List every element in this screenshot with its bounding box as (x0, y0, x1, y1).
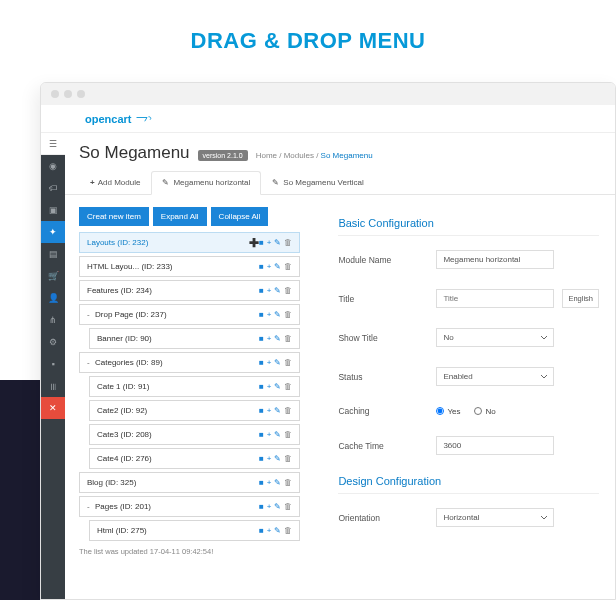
delete-icon[interactable]: 🗑 (284, 382, 292, 391)
catalog-icon[interactable]: 🏷 (41, 177, 65, 199)
add-child-icon[interactable]: + (267, 502, 272, 511)
edit-icon[interactable]: ✎ (274, 526, 281, 535)
design-icon[interactable]: ✦ (41, 221, 65, 243)
language-button[interactable]: English (562, 289, 599, 308)
delete-icon[interactable]: 🗑 (284, 454, 292, 463)
drag-handle-icon[interactable]: ✚ (249, 239, 259, 247)
sales-icon[interactable]: ▤ (41, 243, 65, 265)
add-child-icon[interactable]: + (267, 238, 272, 247)
tree-node[interactable]: Layouts (ID: 232)✚■+✎🗑 (79, 232, 300, 253)
marketing-icon[interactable]: 👤 (41, 287, 65, 309)
orientation-select[interactable]: Horizontal (436, 508, 554, 527)
delete-icon[interactable]: 🗑 (284, 334, 292, 343)
edit-icon[interactable]: ✎ (274, 502, 281, 511)
delete-icon[interactable]: 🗑 (284, 358, 292, 367)
updated-text: The list was updated 17-04-11 09:42:54! (79, 547, 300, 556)
tab-megamenu-vertical[interactable]: ✎So Megamenu Vertical (261, 171, 375, 194)
tree-node[interactable]: - Drop Page (ID: 237)■+✎🗑 (79, 304, 300, 325)
tree-node[interactable]: - Pages (ID: 201)■+✎🗑 (79, 496, 300, 517)
customers-icon[interactable]: 🛒 (41, 265, 65, 287)
edit-icon[interactable]: ✎ (274, 358, 281, 367)
tree-panel: Creat new item Expand All Collapse All L… (65, 195, 312, 599)
delete-icon[interactable]: 🗑 (284, 262, 292, 271)
add-child-icon[interactable]: + (267, 286, 272, 295)
extensions-icon[interactable]: ▣ (41, 199, 65, 221)
add-child-icon[interactable]: + (267, 526, 272, 535)
tree-node[interactable]: Blog (ID: 325)■+✎🗑 (79, 472, 300, 493)
caching-no-radio[interactable]: No (474, 407, 495, 416)
add-icon[interactable]: ■ (259, 382, 264, 391)
tree-node[interactable]: HTML Layou... (ID: 233)■+✎🗑 (79, 256, 300, 277)
show-title-select[interactable]: No (436, 328, 554, 347)
edit-icon[interactable]: ✎ (274, 262, 281, 271)
delete-icon[interactable]: 🗑 (284, 478, 292, 487)
edit-icon[interactable]: ✎ (274, 406, 281, 415)
add-child-icon[interactable]: + (267, 430, 272, 439)
tab-megamenu-horizontal[interactable]: ✎Megamenu horizontal (151, 171, 261, 195)
add-child-icon[interactable]: + (267, 478, 272, 487)
system-icon[interactable]: ⚙ (41, 331, 65, 353)
expand-all-button[interactable]: Expand All (153, 207, 207, 226)
edit-icon[interactable]: ✎ (274, 286, 281, 295)
add-icon[interactable]: ■ (259, 406, 264, 415)
delete-icon[interactable]: 🗑 (284, 406, 292, 415)
edit-icon[interactable]: ✎ (274, 310, 281, 319)
edit-icon[interactable]: ✎ (274, 430, 281, 439)
edit-icon[interactable]: ✎ (274, 238, 281, 247)
edit-icon[interactable]: ✎ (274, 334, 281, 343)
create-new-item-button[interactable]: Creat new item (79, 207, 149, 226)
title-input[interactable] (436, 289, 554, 308)
opencart-logo: opencart (85, 113, 153, 125)
add-icon[interactable]: ■ (259, 526, 264, 535)
add-icon[interactable]: ■ (259, 334, 264, 343)
add-child-icon[interactable]: + (267, 382, 272, 391)
tree-node[interactable]: Cate 1 (ID: 91)■+✎🗑 (89, 376, 300, 397)
tree-node[interactable]: Cate3 (ID: 208)■+✎🗑 (89, 424, 300, 445)
add-child-icon[interactable]: + (267, 454, 272, 463)
add-child-icon[interactable]: + (267, 334, 272, 343)
delete-icon[interactable]: 🗑 (284, 526, 292, 535)
dashboard-icon[interactable]: ◉ (41, 155, 65, 177)
breadcrumb-current[interactable]: So Megamenu (321, 151, 373, 160)
breadcrumb: Home / Modules / So Megamenu (256, 151, 373, 160)
app-window: opencart ☰ ◉ 🏷 ▣ ✦ ▤ 🛒 👤 ⋔ ⚙ ▪ ⫼ ✕ So Me… (40, 82, 616, 600)
module-name-input[interactable] (436, 250, 554, 269)
edit-icon[interactable]: ✎ (274, 454, 281, 463)
add-icon[interactable]: ■ (259, 454, 264, 463)
add-icon[interactable]: ■ (259, 478, 264, 487)
sidebar-toggle-icon[interactable]: ☰ (41, 133, 65, 155)
cache-time-input[interactable] (436, 436, 554, 455)
add-icon[interactable]: ■ (259, 358, 264, 367)
add-child-icon[interactable]: + (267, 262, 272, 271)
collapse-all-button[interactable]: Collapse All (211, 207, 269, 226)
tree-node[interactable]: Cate2 (ID: 92)■+✎🗑 (89, 400, 300, 421)
share-icon[interactable]: ⋔ (41, 309, 65, 331)
tree-node[interactable]: Banner (ID: 90)■+✎🗑 (89, 328, 300, 349)
tree-node[interactable]: Features (ID: 234)■+✎🗑 (79, 280, 300, 301)
tree-node[interactable]: Html (ID: 275)■+✎🗑 (89, 520, 300, 541)
edit-icon[interactable]: ✎ (274, 382, 281, 391)
tree-node[interactable]: - Categories (ID: 89)■+✎🗑 (79, 352, 300, 373)
add-icon[interactable]: ■ (259, 238, 264, 247)
add-icon[interactable]: ■ (259, 430, 264, 439)
delete-icon[interactable]: 🗑 (284, 430, 292, 439)
close-icon[interactable]: ✕ (41, 397, 65, 419)
add-module-tab[interactable]: Add Module (79, 171, 151, 194)
delete-icon[interactable]: 🗑 (284, 286, 292, 295)
caching-yes-radio[interactable]: Yes (436, 407, 460, 416)
add-icon[interactable]: ■ (259, 502, 264, 511)
delete-icon[interactable]: 🗑 (284, 310, 292, 319)
delete-icon[interactable]: 🗑 (284, 238, 292, 247)
add-child-icon[interactable]: + (267, 406, 272, 415)
add-child-icon[interactable]: + (267, 310, 272, 319)
stats-icon[interactable]: ⫼ (41, 375, 65, 397)
delete-icon[interactable]: 🗑 (284, 502, 292, 511)
reports-icon[interactable]: ▪ (41, 353, 65, 375)
add-icon[interactable]: ■ (259, 286, 264, 295)
tree-node[interactable]: Cate4 (ID: 276)■+✎🗑 (89, 448, 300, 469)
edit-icon[interactable]: ✎ (274, 478, 281, 487)
add-icon[interactable]: ■ (259, 310, 264, 319)
add-child-icon[interactable]: + (267, 358, 272, 367)
add-icon[interactable]: ■ (259, 262, 264, 271)
status-select[interactable]: Enabled (436, 367, 554, 386)
